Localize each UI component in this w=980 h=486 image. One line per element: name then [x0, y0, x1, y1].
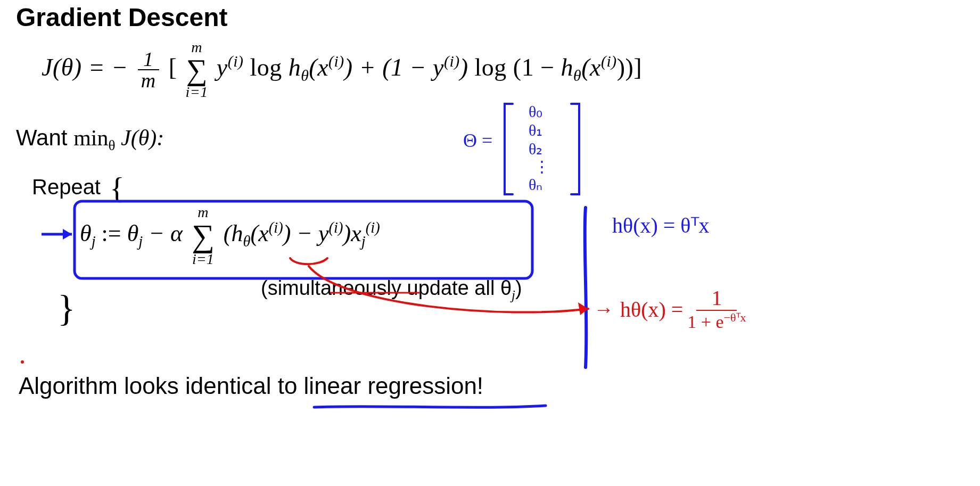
- plus-part: + (1 −: [359, 54, 433, 81]
- want-line: Want minθ J(θ):: [16, 125, 164, 154]
- sub-j-1: j: [92, 233, 96, 250]
- theta-eq: Θ =: [463, 130, 492, 151]
- close-paren: ): [460, 54, 475, 81]
- sub-theta1: θ: [301, 67, 309, 84]
- h-sigmoid-annotation: → hθ(x) = 1 1 + e−θᵀx: [594, 287, 746, 331]
- sub-j-3: j: [361, 233, 366, 250]
- sup-i-5: (i): [269, 219, 283, 236]
- sigmoid-num: 1: [696, 287, 737, 311]
- sup-i-2: (i): [328, 52, 344, 70]
- sigmoid-exp: −θᵀx: [724, 311, 746, 324]
- repeat-word: Repeat: [32, 175, 101, 199]
- sym-y3: y: [318, 220, 329, 246]
- sym-theta: θ: [61, 54, 73, 81]
- sym-h: h: [289, 54, 301, 81]
- sym-y2: y: [433, 54, 444, 81]
- minus-alpha: − α: [149, 220, 188, 246]
- want-after: J(θ):: [116, 126, 164, 150]
- summation-2: m ∑ i=1: [192, 205, 215, 267]
- theta-1: θ₁: [529, 121, 542, 139]
- sym-x1: x: [317, 54, 328, 81]
- frac-den: m: [138, 70, 159, 90]
- h-linear-annotation: hθ(x) = θᵀx: [612, 213, 710, 238]
- sym-h3: h: [231, 220, 243, 246]
- left-bracket: [: [169, 54, 177, 81]
- sup-i-1: (i): [228, 52, 244, 70]
- sup-i-3: (i): [444, 52, 460, 70]
- simul-text: (simultaneously update all θ: [261, 277, 512, 299]
- want-prefix: Want: [16, 125, 73, 150]
- sym-h2: h: [561, 54, 574, 81]
- lecture-slide: Gradient Descent J(θ) = − 1 m [ m ∑ i=1 …: [0, 0, 819, 410]
- slide-title: Gradient Descent: [16, 3, 227, 32]
- fraction-1-over-m: 1 m: [138, 49, 159, 90]
- repeat-line: Repeat {: [32, 170, 125, 206]
- sym-x2: x: [590, 54, 601, 81]
- sum-upper: m: [186, 40, 208, 55]
- update-rule-formula: θj := θj − α m ∑ i=1 (hθ(x(i)) − y(i))xj…: [80, 205, 380, 267]
- sym-x3: x: [258, 220, 269, 246]
- theta-j-1: θ: [80, 220, 92, 246]
- frac-num: 1: [138, 49, 159, 70]
- sub-theta3: θ: [243, 233, 250, 250]
- simul-end: ): [515, 277, 522, 299]
- sym-y: y: [217, 54, 228, 81]
- min-sub: θ: [108, 137, 115, 153]
- sigmoid-fraction: 1 1 + e−θᵀx: [687, 287, 746, 331]
- min-expr: minθ J(θ):: [73, 126, 164, 150]
- simul-sub: j: [512, 288, 515, 302]
- cost-function-formula: J(θ) = − 1 m [ m ∑ i=1 y(i) log hθ(x(i))…: [42, 40, 642, 100]
- sum2-upper: m: [192, 205, 215, 220]
- sup-i-7: (i): [366, 219, 380, 236]
- sub-theta2: θ: [573, 67, 581, 84]
- assign: :=: [102, 220, 127, 246]
- summation: m ∑ i=1: [186, 40, 208, 100]
- sup-i-4: (i): [601, 52, 617, 70]
- sigmoid-den: 1 + e: [687, 312, 723, 332]
- h-sigmoid-left: hθ(x) =: [620, 297, 683, 322]
- min-word: min: [73, 126, 108, 150]
- log2: log (1 −: [475, 54, 561, 81]
- sym-eq: = −: [88, 54, 128, 81]
- theta-bracket-svg: θ₀ θ₁ θ₂ ⋮ θₙ: [502, 98, 587, 200]
- theta-n: θₙ: [529, 176, 542, 193]
- sym-xj: x: [351, 220, 361, 246]
- brace-close: }: [57, 287, 76, 330]
- brace-open: {: [110, 171, 125, 205]
- theta-dots: ⋮: [534, 158, 550, 175]
- theta-2: θ₂: [529, 140, 542, 158]
- simultaneous-update-note: (simultaneously update all θj): [261, 277, 522, 303]
- sym-J: J: [42, 54, 53, 81]
- theta-j-2: θ: [127, 220, 139, 246]
- log1: log: [250, 54, 288, 81]
- theta-0: θ₀: [529, 103, 542, 120]
- theta-vector-annotation: Θ = θ₀ θ₁ θ₂ ⋮ θₙ: [463, 98, 587, 203]
- sum-lower: i=1: [186, 85, 208, 100]
- right-bracket: ))]: [617, 54, 642, 81]
- sub-j-2: j: [138, 233, 143, 250]
- sum2-lower: i=1: [192, 252, 215, 267]
- algorithm-footnote: Algorithm looks identical to linear regr…: [19, 373, 483, 399]
- sup-i-6: (i): [329, 219, 343, 236]
